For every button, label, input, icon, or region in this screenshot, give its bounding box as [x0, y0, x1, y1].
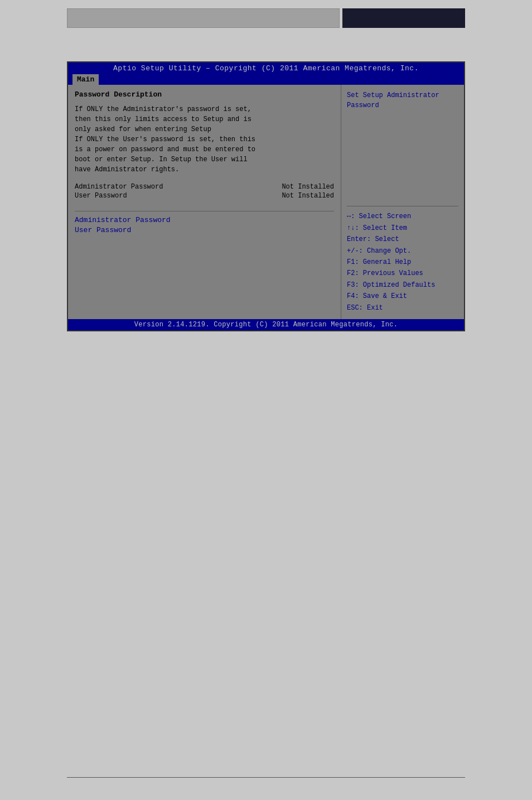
- bios-left-panel: Password Description If ONLY the Adminis…: [68, 85, 341, 319]
- top-header-left-bar: [67, 8, 340, 28]
- shortcut-f4: F4: Save & Exit: [347, 291, 458, 302]
- top-header: [0, 0, 532, 33]
- password-links: Administrator Password User Password: [75, 216, 334, 234]
- bios-content: Password Description If ONLY the Adminis…: [68, 85, 464, 319]
- admin-password-label: Administrator Password: [75, 183, 175, 191]
- user-password-label: User Password: [75, 192, 175, 200]
- bottom-line: [67, 777, 465, 778]
- tab-main[interactable]: Main: [72, 74, 99, 85]
- divider: [75, 211, 334, 211]
- shortcut-list: ↔: Select Screen ↑↓: Select Item Enter: …: [347, 211, 458, 314]
- section-title: Password Description: [75, 90, 334, 99]
- desc-line-6: have Administrator rights.: [75, 166, 179, 174]
- user-password-status-row: User Password Not Installed: [75, 192, 334, 200]
- description-text: If ONLY the Administrator's password is …: [75, 104, 334, 175]
- help-text: Set Setup AdministratorPassword: [347, 90, 458, 201]
- bios-title-text: Aptio Setup Utility – Copyright (C) 2011…: [113, 64, 419, 73]
- shortcut-f1: F1: General Help: [347, 257, 458, 268]
- bios-footer: Version 2.14.1219. Copyright (C) 2011 Am…: [68, 319, 464, 330]
- shortcut-select-item: ↑↓: Select Item: [347, 223, 458, 234]
- desc-line-2: only asked for when entering Setup: [75, 126, 211, 133]
- desc-line-4: is a power on password and must be enter…: [75, 146, 255, 153]
- shortcut-esc: ESC: Exit: [347, 302, 458, 314]
- right-divider: [347, 206, 458, 206]
- user-password-link[interactable]: User Password: [75, 226, 334, 234]
- shortcut-select-screen: ↔: Select Screen: [347, 211, 458, 222]
- desc-line-0: If ONLY the Administrator's password is …: [75, 105, 252, 113]
- bios-tabbar: Main: [68, 74, 464, 85]
- help-text-content: Set Setup AdministratorPassword: [347, 91, 439, 109]
- admin-password-status-row: Administrator Password Not Installed: [75, 183, 334, 191]
- bios-right-panel: Set Setup AdministratorPassword ↔: Selec…: [341, 85, 464, 319]
- desc-line-3: If ONLY the User's password is set, then…: [75, 136, 255, 143]
- bios-container: Aptio Setup Utility – Copyright (C) 2011…: [67, 61, 465, 331]
- user-password-value: Not Installed: [282, 192, 334, 200]
- shortcut-enter: Enter: Select: [347, 234, 458, 245]
- shortcut-change-opt: +/-: Change Opt.: [347, 245, 458, 257]
- admin-password-link[interactable]: Administrator Password: [75, 216, 334, 224]
- bios-titlebar: Aptio Setup Utility – Copyright (C) 2011…: [68, 62, 464, 74]
- admin-password-value: Not Installed: [282, 183, 334, 191]
- page-wrapper: Aptio Setup Utility – Copyright (C) 2011…: [0, 0, 532, 800]
- bios-footer-text: Version 2.14.1219. Copyright (C) 2011 Am…: [134, 321, 398, 329]
- shortcut-f2: F2: Previous Values: [347, 268, 458, 279]
- desc-line-1: then this only limits access to Setup an…: [75, 115, 252, 123]
- password-status-table: Administrator Password Not Installed Use…: [75, 183, 334, 200]
- top-header-right-bar: [342, 8, 465, 28]
- desc-line-5: boot or enter Setup. In Setup the User w…: [75, 156, 248, 163]
- shortcut-f3: F3: Optimized Defaults: [347, 279, 458, 291]
